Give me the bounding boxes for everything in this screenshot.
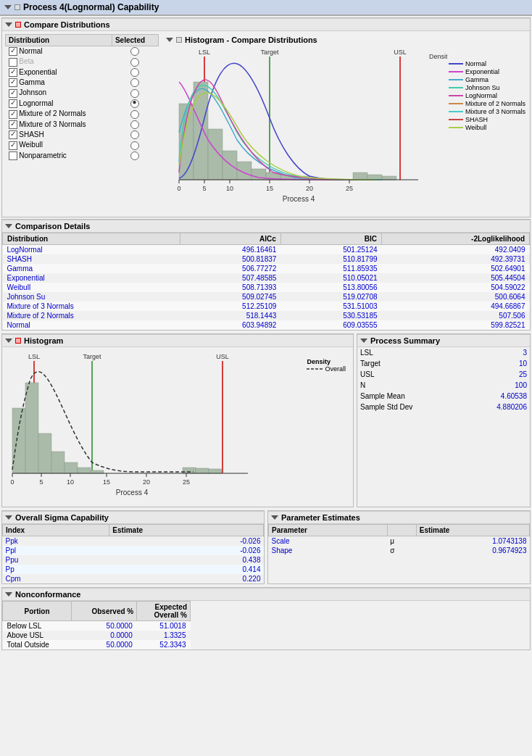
- legend-exponential-label: Exponential: [465, 68, 499, 75]
- svg-rect-16: [367, 175, 382, 180]
- svg-rect-46: [183, 468, 196, 473]
- hist-bottom-icon: [15, 338, 21, 344]
- legend-weibull-label: Weibull: [465, 124, 486, 131]
- cap-estimate-header: Estimate: [109, 525, 264, 536]
- legend-mix3: Mixture of 3 Normals: [449, 108, 525, 115]
- legend-mix3-line: [449, 111, 463, 112]
- hist-legend-overall-label: Overall: [325, 365, 346, 373]
- sigma-capability-header: Overall Sigma Capability: [2, 511, 264, 524]
- legend-gamma-line: [449, 79, 463, 80]
- svg-text:LSL: LSL: [28, 353, 40, 360]
- legend-lognormal-line: [449, 95, 463, 96]
- sigma-capability-table: Index Estimate Ppk-0.026Ppl-0.026Ppu0.43…: [2, 524, 264, 583]
- nonconformance-title: Nonconformance: [15, 590, 80, 599]
- comp-loglik-header: -2Loglikelihood: [382, 233, 530, 245]
- histogram-bottom-header: Histogram: [2, 334, 353, 347]
- legend-mix2-label: Mixture of 2 Normals: [465, 100, 525, 107]
- proc-summary-collapse-icon[interactable]: [360, 338, 367, 343]
- selected-col-header: Selected: [112, 35, 158, 46]
- parameter-estimates-header: Parameter Estimates: [268, 511, 530, 524]
- legend-johnsonsu: Johnson Su: [449, 84, 525, 91]
- legend-shash: SHASH: [449, 116, 525, 123]
- comparison-details-table: Distribution AICc BIC -2Loglikelihood Lo…: [2, 233, 530, 330]
- hist-legend-overall: Overall: [307, 365, 346, 373]
- param-collapse-icon[interactable]: [271, 515, 278, 520]
- sigma-capability-section: Overall Sigma Capability Index Estimate …: [1, 510, 265, 584]
- svg-text:USL: USL: [216, 353, 229, 360]
- compare-section-content: Distribution Selected Normal Beta Expone…: [2, 31, 530, 217]
- svg-rect-9: [223, 151, 237, 180]
- svg-text:20: 20: [306, 185, 313, 192]
- legend-lognormal: LogNormal: [449, 92, 525, 99]
- param-sym-header: [387, 525, 416, 536]
- legend-mix2: Mixture of 2 Normals: [449, 100, 525, 107]
- legend-johnsonsu-line: [449, 87, 463, 88]
- main-title: Process 4(Lognormal) Capability: [0, 0, 532, 16]
- histogram-compare-label: Histogram - Compare Distributions: [185, 36, 317, 44]
- collapse-icon[interactable]: [4, 5, 12, 9]
- svg-rect-39: [12, 408, 25, 473]
- hist-collapse-icon[interactable]: [166, 38, 173, 42]
- nonconformance-section: Nonconformance Portion Observed % Expect…: [1, 587, 531, 650]
- main-title-text: Process 4(Lognormal) Capability: [23, 2, 159, 12]
- svg-rect-8: [208, 129, 223, 180]
- svg-rect-15: [353, 173, 367, 180]
- compare-distributions-section: Compare Distributions Distribution Selec…: [1, 17, 531, 217]
- distribution-table: Distribution Selected Normal Beta Expone…: [5, 34, 159, 161]
- histogram-compare-area: Histogram - Compare Distributions LSL Ta…: [162, 31, 530, 217]
- comp-aicc-header: AICc: [180, 233, 280, 245]
- legend-exponential: Exponential: [449, 68, 525, 75]
- parameter-estimates-section: Parameter Estimates Parameter Estimate S…: [267, 510, 531, 584]
- legend-exponential-line: [449, 71, 463, 72]
- compare-distributions-header: Compare Distributions: [2, 18, 530, 31]
- sigma-params-row: Overall Sigma Capability Index Estimate …: [0, 509, 532, 586]
- svg-text:USL: USL: [394, 49, 407, 56]
- histogram-bottom-title: Histogram: [24, 336, 63, 345]
- legend-lognormal-label: LogNormal: [465, 92, 497, 99]
- section-icon: [15, 22, 21, 28]
- hist-icon: [176, 37, 182, 43]
- param-estimate-header: Estimate: [416, 525, 529, 536]
- svg-text:5: 5: [39, 478, 43, 486]
- legend-gamma: Gamma: [449, 76, 525, 83]
- comp-bic-header: BIC: [280, 233, 381, 245]
- nonconf-observed-header: Observed %: [72, 602, 137, 621]
- comp-dist-header: Distribution: [3, 233, 180, 245]
- legend-gamma-label: Gamma: [465, 76, 489, 83]
- compare-svg: LSL Target USL: [165, 46, 447, 212]
- svg-rect-17: [382, 176, 396, 180]
- svg-text:Process 4: Process 4: [283, 195, 315, 203]
- nonconf-portion-header: Portion: [3, 602, 72, 621]
- process-summary-section: Process Summary LSL3Target10USL25N100Sam…: [357, 333, 531, 507]
- cap-index-header: Index: [3, 525, 109, 536]
- sigma-collapse-icon[interactable]: [5, 515, 12, 520]
- svg-rect-47: [196, 468, 209, 473]
- histogram-bottom-section: Histogram LSL Target USL: [1, 333, 354, 507]
- svg-text:0: 0: [177, 185, 180, 192]
- nonconformance-header: Nonconformance: [2, 588, 530, 601]
- panel-icon: [14, 4, 20, 10]
- legend-shash-label: SHASH: [465, 116, 488, 123]
- svg-text:20: 20: [143, 478, 150, 486]
- nonconf-collapse-icon[interactable]: [5, 592, 12, 597]
- collapse-compare-icon[interactable]: [5, 22, 12, 27]
- sigma-capability-title: Overall Sigma Capability: [15, 513, 109, 522]
- histogram-compare-title: Histogram - Compare Distributions: [165, 34, 527, 46]
- legend-mix2-line: [449, 103, 463, 104]
- hist-bottom-collapse-icon[interactable]: [5, 338, 12, 343]
- svg-text:10: 10: [226, 185, 233, 192]
- svg-text:5: 5: [202, 185, 206, 192]
- svg-text:Density: Density: [429, 53, 447, 60]
- comp-details-collapse-icon[interactable]: [5, 224, 12, 228]
- nonconformance-table: Portion Observed % ExpectedOverall % Bel…: [2, 601, 191, 649]
- svg-text:10: 10: [67, 478, 74, 486]
- nonconf-expected-header: ExpectedOverall %: [137, 602, 191, 621]
- process-summary-title: Process Summary: [370, 336, 440, 345]
- svg-text:15: 15: [103, 478, 110, 486]
- legend-mix3-label: Mixture of 3 Normals: [465, 108, 525, 115]
- svg-rect-41: [38, 433, 51, 473]
- svg-text:Target: Target: [260, 49, 279, 56]
- svg-rect-40: [25, 383, 38, 473]
- legend-normal: Normal: [449, 60, 525, 67]
- histogram-legend: Normal Exponential Gamma Johnson Su: [449, 60, 525, 132]
